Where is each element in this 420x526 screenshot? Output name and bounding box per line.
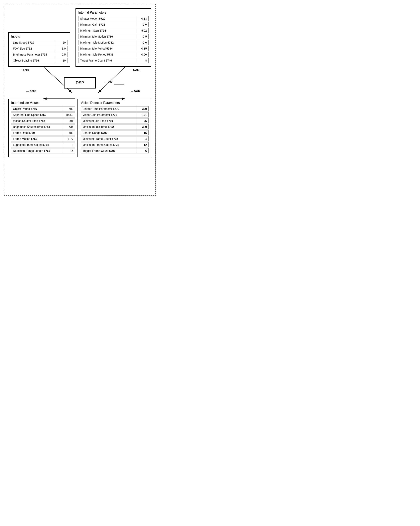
param-label: Detection Range Length 5766 (11, 148, 63, 153)
param-value: 2.0 (136, 40, 148, 45)
label-5706: — 5706 (130, 68, 140, 71)
param-label: Line Speed 5710 (11, 40, 55, 45)
param-value: 370 (136, 106, 148, 111)
table-row: Minimum Idle Period 5734 0.15 (78, 46, 149, 51)
main-container: Inputs Line Speed 5710 20 FOV Size 5712 … (4, 4, 156, 196)
dsp-label: DSP (76, 81, 84, 85)
param-label: Search Range 5790 (81, 131, 136, 135)
param-label: FOV Size 5712 (11, 46, 55, 51)
bottom-area: Intermediate Values Object Period 5756 5… (8, 99, 151, 157)
param-value: 0.33 (136, 16, 148, 21)
table-row: Video Gain Parameter 5772 1.71 (81, 112, 149, 117)
param-label: Maximum Idle Motion 5732 (79, 40, 136, 45)
table-row: Shutter Motion 5720 0.33 (78, 16, 149, 21)
param-label: Maximum Gain 5724 (79, 28, 136, 33)
table-row: Search Range 5790 15 (81, 130, 149, 135)
intermediate-params: Object Period 5756 500 Apparent Line Spe… (11, 106, 75, 153)
inputs-title: Inputs (11, 35, 68, 38)
vision-params: Shutter Time Parameter 5770 370 Video Ga… (81, 106, 149, 153)
param-value: 15 (136, 131, 148, 135)
param-value: 3.0 (55, 46, 67, 51)
param-value: 1.71 (136, 112, 148, 117)
param-label: Motion Shutter Time 5752 (11, 119, 63, 123)
top-area: Inputs Line Speed 5710 20 FOV Size 5712 … (8, 8, 151, 67)
param-label: Minimum Idle Motion 5730 (79, 34, 136, 39)
param-value: 20 (55, 40, 67, 45)
label-900: — 900 (104, 80, 112, 83)
param-label: Brightness Parameter 5714 (11, 52, 55, 57)
param-value: 1.77 (63, 136, 75, 141)
param-label: Object Period 5756 (11, 106, 63, 111)
table-row: Maximum Gain 5724 5.02 (78, 28, 149, 33)
param-value: 0.5 (55, 52, 67, 57)
table-row: Target Frame Count 5740 8 (78, 58, 149, 63)
param-label: Minimum Idle Period 5734 (79, 46, 136, 51)
table-row: Maximum Idle Time 5782 300 (81, 124, 149, 130)
param-label: Target Frame Count 5740 (79, 58, 136, 63)
param-label: Minimum Frame Count 5792 (81, 136, 136, 141)
param-value: 12 (136, 142, 148, 147)
intermediate-title: Intermediate Values (11, 101, 75, 105)
param-value: 853.3 (63, 112, 75, 117)
param-value: 8 (136, 58, 148, 63)
param-value: 5.02 (136, 28, 148, 33)
table-row: Shutter Time Parameter 5770 370 (81, 106, 149, 111)
param-value: 6 (136, 148, 148, 153)
param-label: Shutter Motion 5720 (79, 16, 136, 21)
table-row: Minimum Gain 5722 1.0 (78, 22, 149, 27)
param-label: Apparent Line Speed 5750 (11, 112, 63, 117)
param-label: Minimum Idle Time 5780 (81, 119, 136, 123)
svg-line-1 (98, 67, 125, 93)
param-value: 634 (63, 124, 75, 129)
param-value: 0.5 (136, 34, 148, 39)
vision-title: Vision Detector Parameters (81, 101, 149, 105)
vision-section: Vision Detector Parameters Shutter Time … (78, 99, 151, 157)
param-label: Brightness Shutter Time 5754 (11, 124, 63, 129)
param-value: 500 (63, 106, 75, 111)
table-row: Object Spacing 5716 10 (11, 58, 68, 63)
param-value: 483 (63, 131, 75, 135)
table-row: Motion Shutter Time 5752 391 (11, 118, 75, 123)
param-label: Frame Rate 5760 (11, 131, 63, 135)
internal-section: Internal Parameters Shutter Motion 5720 … (76, 8, 151, 67)
dsp-box: DSP (64, 77, 96, 89)
table-row: Minimum Idle Time 5780 75 (81, 118, 149, 123)
param-value: 15 (63, 148, 75, 153)
param-value: 1.0 (136, 22, 148, 27)
table-row: Object Period 5756 500 (11, 106, 75, 111)
intermediate-section: Intermediate Values Object Period 5756 5… (8, 99, 78, 157)
param-value: 75 (136, 119, 148, 123)
internal-params: Shutter Motion 5720 0.33 Minimum Gain 57… (78, 16, 149, 63)
table-row: Maximum Idle Period 5736 0.60 (78, 52, 149, 57)
param-value: 300 (136, 124, 148, 129)
param-value: 391 (63, 119, 75, 123)
label-5702: — 5702 (131, 90, 140, 93)
table-row: Minimum Idle Motion 5730 0.5 (78, 34, 149, 39)
param-label: Shutter Time Parameter 5770 (81, 106, 136, 111)
param-value: 8 (63, 142, 75, 147)
param-value: 0.15 (136, 46, 148, 51)
param-value: 0.60 (136, 52, 148, 57)
param-label: Video Gain Parameter 5772 (81, 112, 136, 117)
table-row: Detection Range Length 5766 15 (11, 148, 75, 153)
label-5700: — 5700 (26, 90, 36, 93)
table-row: Minimum Frame Count 5792 4 (81, 136, 149, 142)
param-value: 10 (55, 58, 67, 63)
param-label: Object Spacing 5716 (11, 58, 55, 63)
table-row: Frame Motion 5762 1.77 (11, 136, 75, 142)
table-row: Apparent Line Speed 5750 853.3 (11, 112, 75, 117)
table-row: Expected Frame Count 5764 8 (11, 142, 75, 147)
param-value: 4 (136, 136, 148, 141)
table-row: Maximum Idle Motion 5732 2.0 (78, 40, 149, 45)
table-row: Brightness Parameter 5714 0.5 (11, 52, 68, 57)
inputs-params: Line Speed 5710 20 FOV Size 5712 3.0 Bri… (11, 40, 68, 63)
table-row: Maximum Frame Count 5794 12 (81, 142, 149, 147)
param-label: Expected Frame Count 5764 (11, 142, 63, 147)
table-row: Brightness Shutter Time 5754 634 (11, 124, 75, 130)
param-label: Trigger Frame Count 5796 (81, 148, 136, 153)
table-row: Frame Rate 5760 483 (11, 130, 75, 135)
param-label: Maximum Idle Time 5782 (81, 124, 136, 129)
table-row: Trigger Frame Count 5796 6 (81, 148, 149, 153)
label-5704: — 5704 (19, 68, 29, 71)
middle-area: — 5700 — 5702 — 5704 — 5706 — 900 DSP (8, 67, 151, 99)
